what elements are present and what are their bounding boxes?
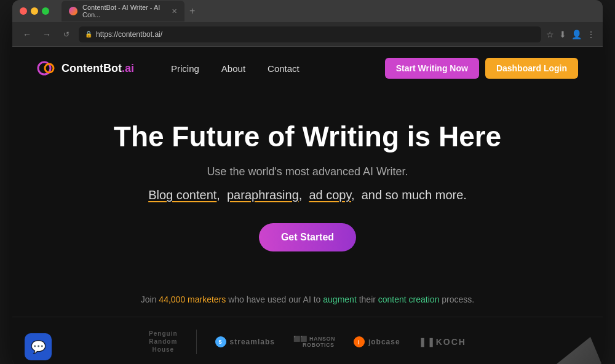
feature-more: and so much more.: [362, 188, 467, 202]
feature-blog: Blog content: [148, 188, 216, 202]
hero-title: The Future of Writing is Here: [37, 121, 578, 153]
active-tab[interactable]: ContentBot - AI Writer - AI Con... ✕: [62, 1, 184, 22]
lock-icon: 🔒: [85, 31, 92, 38]
profile-icon[interactable]: 👤: [571, 30, 582, 39]
address-bar[interactable]: 🔒 https://contentbot.ai/: [79, 26, 541, 42]
logo-dot-ai: .ai: [122, 62, 134, 74]
logo-divider-1: [196, 330, 197, 354]
nav-actions: Start Writing Now Dashboard Login: [385, 58, 578, 79]
menu-icon[interactable]: ⋮: [587, 30, 595, 39]
tab-bar: ContentBot - AI Writer - AI Con... ✕ +: [62, 1, 595, 22]
tab-favicon: [69, 7, 77, 15]
logo-icon: [37, 58, 57, 78]
get-started-button[interactable]: Get Started: [259, 223, 356, 251]
hero-subtitle: Use the world's most advanced AI Writer.: [37, 165, 578, 178]
social-highlight2: content creation: [378, 295, 440, 304]
site-logo[interactable]: ContentBot.ai: [37, 58, 134, 78]
social-prefix: Join: [141, 295, 159, 304]
new-tab-button[interactable]: +: [189, 6, 195, 17]
bookmark-icon[interactable]: ☆: [546, 30, 554, 39]
jobcase-icon: j: [354, 336, 365, 347]
tab-close-button[interactable]: ✕: [172, 7, 177, 15]
nav-pricing[interactable]: Pricing: [171, 63, 199, 74]
browser-toolbar: ← → ↺ 🔒 https://contentbot.ai/ ☆ ⬇ 👤 ⋮: [12, 22, 603, 47]
logo-jobcase: j jobcase: [354, 336, 400, 347]
feature-ad-copy: ad copy: [309, 188, 351, 202]
social-mid2: their: [357, 295, 378, 304]
tab-title: ContentBot - AI Writer - AI Con...: [82, 4, 167, 18]
start-writing-button[interactable]: Start Writing Now: [385, 58, 479, 79]
logo-text: ContentBot.ai: [62, 62, 134, 75]
social-count: 44,000: [159, 295, 185, 304]
social-suffix: process.: [439, 295, 474, 304]
toolbar-actions: ☆ ⬇ 👤 ⋮: [546, 30, 595, 39]
hero-features: Blog content, paraphrasing, ad copy, and…: [37, 188, 578, 202]
logo-streamlabs: s streamlabs: [215, 336, 275, 347]
download-icon[interactable]: ⬇: [559, 30, 566, 39]
logo-bar: PenguinRandomHouse s streamlabs ⬛⬛ HANSO…: [12, 317, 603, 364]
hero-illustration: [541, 317, 603, 364]
back-button[interactable]: ←: [20, 30, 34, 39]
nav-links: Pricing About Contact: [171, 63, 300, 74]
minimize-button[interactable]: [31, 7, 38, 15]
social-proof: Join 44,000 marketers who have used our …: [12, 270, 603, 317]
feature-paraphrase: paraphrasing: [227, 188, 299, 202]
close-button[interactable]: [20, 7, 27, 15]
social-highlight1: augment: [323, 295, 356, 304]
logo-hanson-robotics: ⬛⬛ HANSON ROBOTICS: [293, 336, 335, 348]
nav-contact[interactable]: Contact: [268, 63, 300, 74]
social-count-label: marketers: [185, 295, 226, 304]
logo-koch: ❚❚KOCH: [419, 337, 466, 347]
hero-section: The Future of Writing is Here Use the wo…: [12, 90, 603, 270]
chat-icon: 💬: [31, 339, 46, 354]
url-text: https://contentbot.ai/: [96, 30, 162, 39]
maximize-button[interactable]: [42, 7, 49, 15]
refresh-button[interactable]: ↺: [59, 30, 74, 39]
traffic-lights: [20, 7, 49, 15]
website-content: ContentBot.ai Pricing About Contact Star…: [12, 47, 603, 364]
dashboard-login-button[interactable]: Dashboard Login: [485, 58, 578, 79]
chat-widget[interactable]: 💬: [25, 333, 52, 360]
logo-penguin-random-house: PenguinRandomHouse: [149, 330, 177, 354]
social-mid: who have used our AI to: [226, 295, 323, 304]
nav-about[interactable]: About: [221, 63, 245, 74]
streamlabs-icon: s: [215, 336, 226, 347]
forward-button[interactable]: →: [39, 30, 54, 39]
browser-window: ContentBot - AI Writer - AI Con... ✕ + ←…: [12, 0, 603, 364]
browser-titlebar: ContentBot - AI Writer - AI Con... ✕ +: [12, 0, 603, 22]
main-nav: ContentBot.ai Pricing About Contact Star…: [12, 47, 603, 90]
